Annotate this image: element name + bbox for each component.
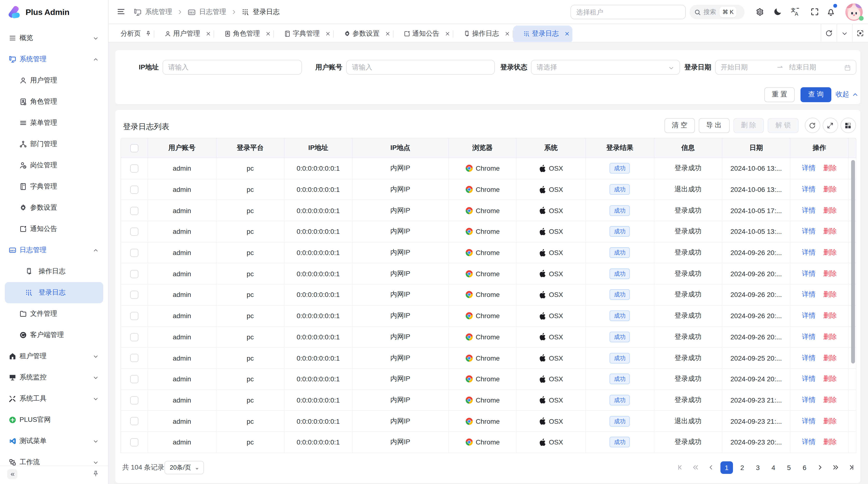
svg-text:DEV: DEV bbox=[189, 11, 194, 14]
svg-text:A: A bbox=[795, 11, 798, 17]
svg-text:DEV: DEV bbox=[10, 249, 15, 252]
